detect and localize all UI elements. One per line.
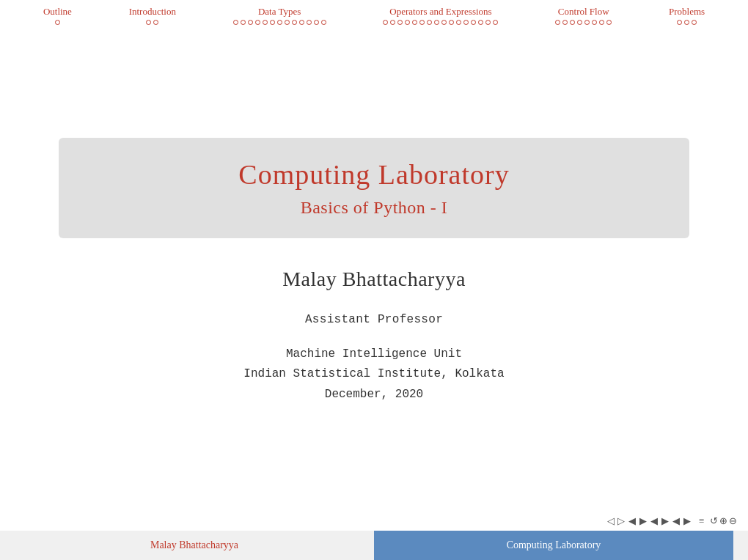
nav-label-introduction: Introduction	[129, 6, 176, 18]
dot	[55, 20, 60, 25]
nav-item-controlflow[interactable]: Control Flow	[555, 6, 612, 25]
dot	[419, 20, 425, 25]
dot	[577, 20, 582, 25]
nav-dots-problems	[677, 20, 697, 25]
dot	[292, 20, 297, 25]
dot	[405, 20, 410, 25]
nav-dots-datatypes	[233, 20, 326, 25]
dot	[307, 20, 312, 25]
dot	[263, 20, 268, 25]
dot	[153, 20, 158, 25]
institution-line1: Machine Intelligence Unit	[286, 347, 462, 361]
dot	[299, 20, 304, 25]
refresh-icon[interactable]: ↺	[710, 515, 718, 527]
dot	[599, 20, 604, 25]
slide-title-sub: Basics of Python - I	[88, 198, 660, 218]
dot	[584, 20, 590, 25]
dot	[677, 20, 682, 25]
search-icon[interactable]: ⊖	[729, 515, 737, 527]
nav-dots-introduction	[146, 20, 158, 25]
nav-dots-operators	[383, 20, 498, 25]
dot	[285, 20, 290, 25]
dot	[441, 20, 447, 25]
dot	[692, 20, 697, 25]
footer-title: Computing Laboratory	[374, 531, 733, 560]
nav-item-operators[interactable]: Operators and Expressions	[383, 6, 498, 25]
dot	[277, 20, 282, 25]
dot	[383, 20, 388, 25]
nav-label-datatypes: Data Types	[258, 6, 301, 18]
dot	[684, 20, 689, 25]
dot	[314, 20, 319, 25]
dot	[248, 20, 253, 25]
nav-item-outline[interactable]: Outline	[43, 6, 72, 25]
dot	[434, 20, 439, 25]
dot	[233, 20, 238, 25]
dot	[255, 20, 260, 25]
author-name: Malay Bhattacharyya	[282, 268, 466, 291]
nav-item-introduction[interactable]: Introduction	[129, 6, 176, 25]
nav-dots-controlflow	[555, 20, 612, 25]
slide-title-main: Computing Laboratory	[88, 158, 660, 191]
dot	[397, 20, 403, 25]
nav-label-controlflow: Control Flow	[558, 6, 609, 18]
dot	[427, 20, 432, 25]
nav-items-container: Outline Introduction Data Types	[0, 6, 748, 25]
nav-label-problems: Problems	[669, 6, 705, 18]
slide-left-icon[interactable]: ▶	[661, 515, 669, 527]
title-box: Computing Laboratory Basics of Python - …	[59, 138, 689, 238]
bottom-nav-row: ◁ ▷ ◀ ▶ ◀ ▶ ◀ ▶ ≡ ↺ ⊕ ⊖	[0, 515, 748, 527]
dot	[471, 20, 476, 25]
dot	[606, 20, 612, 25]
institution-info: Machine Intelligence Unit Indian Statist…	[243, 345, 504, 405]
footer-bar: Malay Bhattacharyya Computing Laboratory	[0, 531, 748, 560]
frame-left-icon[interactable]: ▶	[639, 515, 647, 527]
nav-item-datatypes[interactable]: Data Types	[233, 6, 326, 25]
footer-author: Malay Bhattacharyya	[15, 539, 374, 551]
dot	[485, 20, 491, 25]
nav-label-operators: Operators and Expressions	[389, 6, 491, 18]
dot	[241, 20, 246, 25]
align-icon: ≡	[699, 515, 704, 527]
dot	[270, 20, 275, 25]
dot	[463, 20, 469, 25]
nav-dots-outline	[55, 20, 60, 25]
dot	[412, 20, 417, 25]
dot	[592, 20, 597, 25]
dot	[570, 20, 575, 25]
slide-right-icon[interactable]: ▶	[683, 515, 691, 527]
dot	[555, 20, 560, 25]
dot	[493, 20, 498, 25]
slide-date: December, 2020	[325, 388, 423, 401]
zoom-in-icon[interactable]: ⊕	[719, 515, 727, 527]
nav-left-icon[interactable]: ◁	[607, 515, 615, 527]
navigation-bar: Outline Introduction Data Types	[0, 0, 748, 28]
dot	[449, 20, 454, 25]
dot	[456, 20, 461, 25]
author-title: Assistant Professor	[305, 313, 443, 326]
dot	[146, 20, 151, 25]
nav-label-outline: Outline	[43, 6, 72, 18]
institution-line2: Indian Statistical Institute, Kolkata	[243, 367, 504, 380]
nav-item-problems[interactable]: Problems	[669, 6, 705, 25]
dot	[321, 20, 326, 25]
nav-right-icon[interactable]: ▷	[617, 515, 625, 527]
dot	[478, 20, 483, 25]
dot	[390, 20, 395, 25]
dot	[562, 20, 568, 25]
main-content: Computing Laboratory Basics of Python - …	[0, 28, 748, 515]
